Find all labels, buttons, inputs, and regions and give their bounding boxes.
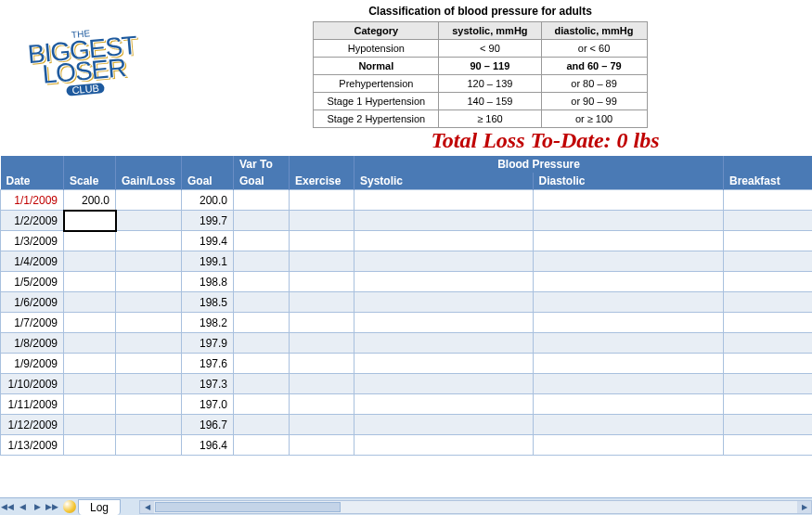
cell[interactable] [354,292,533,313]
cell[interactable] [116,292,182,313]
cell[interactable] [64,374,116,394]
scroll-thumb[interactable] [155,502,341,512]
cell[interactable]: 1/6/2009 [1,292,64,313]
col-diastolic[interactable]: Diastolic [533,173,724,190]
cell[interactable] [234,190,290,211]
cell[interactable] [290,354,354,374]
cell[interactable] [354,394,533,415]
cell[interactable] [533,374,724,394]
cell[interactable] [116,272,182,292]
cell[interactable] [234,435,290,456]
cell[interactable]: 199.7 [182,211,234,231]
table-row[interactable]: 1/13/2009196.4 [1,435,813,456]
cell[interactable] [116,251,182,272]
cell[interactable] [116,190,182,211]
col-var-goal[interactable]: Goal [234,173,290,190]
table-row[interactable]: 1/4/2009199.1 [1,251,813,272]
col-breakfast[interactable]: Breakfast [724,173,813,190]
cell[interactable] [290,333,354,354]
cell[interactable] [724,394,813,415]
cell[interactable]: 1/12/2009 [1,415,64,435]
cell[interactable] [533,251,724,272]
col-scale[interactable]: Scale [64,173,116,190]
cell[interactable] [724,190,813,211]
table-row[interactable]: 1/7/2009198.2 [1,313,813,333]
cell[interactable] [724,211,813,231]
cell[interactable] [64,251,116,272]
scroll-right-button[interactable]: ▶ [797,501,811,513]
cell[interactable] [290,292,354,313]
cell[interactable] [354,190,533,211]
cell[interactable] [354,272,533,292]
cell[interactable] [64,333,116,354]
cell[interactable]: 199.4 [182,231,234,251]
cell[interactable] [533,415,724,435]
cell[interactable] [354,333,533,354]
cell[interactable] [64,231,116,251]
cell[interactable] [116,231,182,251]
cell[interactable] [64,415,116,435]
cell[interactable] [290,251,354,272]
cell[interactable]: 198.8 [182,272,234,292]
cell[interactable] [234,415,290,435]
cell[interactable] [533,211,724,231]
cell[interactable] [533,190,724,211]
cell[interactable] [234,394,290,415]
cell[interactable]: 199.1 [182,251,234,272]
col-goal[interactable]: Goal [182,173,234,190]
cell[interactable] [290,272,354,292]
table-row[interactable]: 1/10/2009197.3 [1,374,813,394]
cell[interactable] [290,435,354,456]
cell[interactable] [290,313,354,333]
col-date[interactable]: Date [1,173,64,190]
table-row[interactable]: 1/12/2009196.7 [1,415,813,435]
cell[interactable] [724,292,813,313]
cell[interactable] [116,211,182,231]
cell[interactable] [116,415,182,435]
cell[interactable]: 1/13/2009 [1,435,64,456]
cell[interactable] [290,415,354,435]
cell[interactable] [234,251,290,272]
cell[interactable] [533,394,724,415]
cell[interactable] [64,272,116,292]
cell[interactable] [64,354,116,374]
cell[interactable]: 198.5 [182,292,234,313]
cell[interactable]: 200.0 [64,190,116,211]
cell[interactable] [234,231,290,251]
scroll-left-button[interactable]: ◀ [140,501,154,513]
cell[interactable]: 197.0 [182,394,234,415]
cell[interactable] [64,211,116,231]
prev-sheet-button[interactable]: ◀ [15,499,30,514]
cell[interactable]: 197.3 [182,374,234,394]
cell[interactable] [234,333,290,354]
cell[interactable]: 1/10/2009 [1,374,64,394]
cell[interactable] [290,394,354,415]
cell[interactable]: 1/8/2009 [1,333,64,354]
cell[interactable] [234,272,290,292]
cell[interactable] [533,354,724,374]
cell[interactable] [354,211,533,231]
cell[interactable] [116,354,182,374]
cell[interactable]: 196.4 [182,435,234,456]
cell[interactable] [533,231,724,251]
cell[interactable]: 196.7 [182,415,234,435]
cell[interactable]: 200.0 [182,190,234,211]
cell[interactable]: 1/3/2009 [1,231,64,251]
table-row[interactable]: 1/8/2009197.9 [1,333,813,354]
cell[interactable]: 197.9 [182,333,234,354]
cell[interactable]: 1/11/2009 [1,394,64,415]
cell[interactable] [724,435,813,456]
cell[interactable] [533,333,724,354]
cell[interactable] [64,313,116,333]
cell[interactable] [116,394,182,415]
cell[interactable] [724,251,813,272]
horizontal-scrollbar[interactable]: ◀ ▶ [139,500,812,514]
cell[interactable] [724,231,813,251]
cell[interactable] [290,190,354,211]
cell[interactable] [724,272,813,292]
table-row[interactable]: 1/2/2009199.7 [1,211,813,231]
col-exercise[interactable]: Exercise [290,173,354,190]
cell[interactable] [533,292,724,313]
cell[interactable]: 198.2 [182,313,234,333]
cell[interactable] [354,374,533,394]
